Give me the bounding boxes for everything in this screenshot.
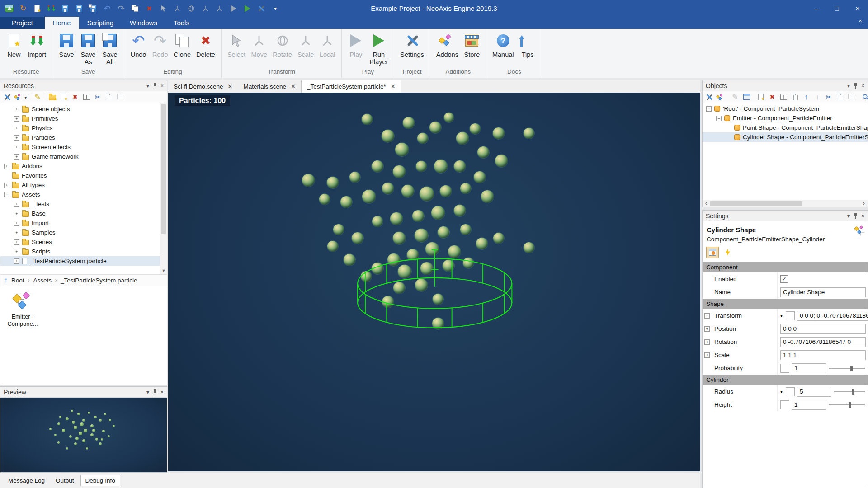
component-filter-icon[interactable] <box>717 93 725 102</box>
clone-icon[interactable] <box>791 93 799 102</box>
breadcrumb-item[interactable]: _TestParticleSystem.particle <box>61 277 137 284</box>
pin-icon[interactable] <box>153 83 156 89</box>
up-arrow-icon[interactable]: ↑ <box>4 276 8 284</box>
paste-icon[interactable] <box>847 93 855 102</box>
addons-button[interactable]: Addons <box>434 32 461 59</box>
tree-item[interactable]: +Physics <box>0 123 167 133</box>
new-button[interactable]: ★New <box>4 32 24 59</box>
move-up-icon[interactable]: ↑ <box>802 93 810 102</box>
tree-item[interactable]: +Screen effects <box>0 142 167 152</box>
expander-icon[interactable]: + <box>704 326 710 332</box>
rename-icon[interactable]: I <box>779 93 788 102</box>
expander-icon[interactable]: + <box>14 145 19 150</box>
select-button[interactable]: Select <box>225 32 248 59</box>
maximize-button[interactable]: □ <box>826 0 847 17</box>
cut-icon[interactable]: ✂ <box>825 93 833 102</box>
move-down-icon[interactable]: ↓ <box>813 93 821 102</box>
window-icon[interactable] <box>742 93 750 102</box>
close-button[interactable]: × <box>847 0 868 17</box>
scroll-right-icon[interactable]: › <box>860 200 868 207</box>
panel-close-icon[interactable]: × <box>160 83 164 89</box>
value-preview-box[interactable] <box>786 387 795 396</box>
doc-tab-materials-scene[interactable]: Materials.scene✕ <box>238 80 301 93</box>
slider-thumb[interactable] <box>852 389 854 395</box>
scroll-left-icon[interactable]: ‹ <box>703 200 710 207</box>
filter-types-icon[interactable]: ▾ <box>14 93 27 102</box>
scrollbar-thumb[interactable] <box>161 104 166 234</box>
emitter-asset-item[interactable]: Emitter - Compone... <box>5 292 40 328</box>
expander-icon[interactable]: + <box>14 249 19 254</box>
breadcrumb-item[interactable]: Assets <box>33 277 52 284</box>
tree-item[interactable]: Cylinder Shape - Component_ParticleEmitt… <box>703 132 868 142</box>
pin-icon[interactable] <box>854 213 857 219</box>
rotation-field[interactable]: 0 -0.707106781186547 0 <box>780 337 866 347</box>
tips-button[interactable]: Tips <box>517 32 538 59</box>
close-icon[interactable]: ✕ <box>391 83 396 90</box>
scrollbar-thumb[interactable] <box>710 201 802 206</box>
expander-icon[interactable]: + <box>14 230 19 235</box>
menu-tab-windows[interactable]: Windows <box>122 17 165 29</box>
paste-icon[interactable] <box>116 93 124 102</box>
tree-item[interactable]: +Scripts <box>0 247 167 256</box>
rename-icon[interactable]: I <box>82 93 90 102</box>
height-slider[interactable] <box>829 400 866 410</box>
expander-icon[interactable]: + <box>14 126 19 131</box>
bottom-tab-output[interactable]: Output <box>51 475 79 486</box>
new-resource-icon[interactable]: ★ <box>60 93 68 102</box>
search-icon[interactable] <box>862 93 868 102</box>
tree-item[interactable]: Favorites <box>0 171 167 180</box>
panel-options-icon[interactable] <box>3 93 11 102</box>
value-preview-box[interactable] <box>780 400 789 409</box>
expander-icon[interactable]: + <box>14 202 19 207</box>
tree-item[interactable]: +Addons <box>0 161 167 171</box>
panel-dropdown-icon[interactable]: ▾ <box>146 389 149 395</box>
tree-item[interactable]: +Particles <box>0 133 167 142</box>
probability-field[interactable]: 1 <box>792 363 826 373</box>
breadcrumb-item[interactable]: Root <box>11 277 24 284</box>
menu-tab-home[interactable]: Home <box>45 17 79 29</box>
edit-icon[interactable]: ✎ <box>731 93 739 102</box>
move-button[interactable]: Move <box>249 32 269 59</box>
tree-item[interactable]: +Samples <box>0 228 167 237</box>
menu-tab-project[interactable]: Project <box>0 17 45 29</box>
cut-icon[interactable]: ✂ <box>94 93 102 102</box>
expander-icon[interactable]: + <box>14 135 19 141</box>
tree-item[interactable]: −Assets <box>0 190 167 199</box>
import-button[interactable]: Import <box>25 32 48 59</box>
expander-icon[interactable]: − <box>4 192 9 197</box>
panel-close-icon[interactable]: × <box>861 213 864 219</box>
expander-icon[interactable]: + <box>4 164 9 169</box>
tree-item[interactable]: +Scenes <box>0 237 167 247</box>
run-player-button[interactable]: Run Player <box>367 32 390 66</box>
panel-dropdown-icon[interactable]: ▾ <box>146 83 149 89</box>
tree-item[interactable]: +Scene objects <box>0 104 167 114</box>
menu-tab-tools[interactable]: Tools <box>165 17 198 29</box>
copy-icon[interactable] <box>836 93 844 102</box>
tree-item[interactable]: −'Root' - Component_ParticleSystem <box>703 104 868 113</box>
bottom-tab-debug-info[interactable]: Debug Info <box>80 475 120 486</box>
tree-item[interactable]: +_TestParticleSystem.particle <box>0 256 167 266</box>
expander-icon[interactable]: + <box>14 107 19 112</box>
tree-item[interactable]: +Import <box>0 218 167 228</box>
tree-item[interactable]: +_Tests <box>0 199 167 209</box>
minimize-button[interactable]: – <box>806 0 826 17</box>
panel-close-icon[interactable]: × <box>861 83 864 89</box>
delete-icon[interactable]: ✖ <box>768 93 776 102</box>
tree-item[interactable]: +All types <box>0 180 167 190</box>
store-button[interactable]: Store <box>462 32 482 59</box>
tree-item[interactable]: +Base <box>0 209 167 218</box>
local-button[interactable]: Local <box>317 32 338 59</box>
close-icon[interactable]: ✕ <box>291 83 296 90</box>
play-button[interactable]: Play <box>345 32 366 59</box>
panel-dropdown-icon[interactable]: ▾ <box>847 213 850 219</box>
redo-button[interactable]: ↷Redo <box>150 32 170 59</box>
expander-icon[interactable]: + <box>14 258 19 264</box>
clone-button[interactable]: Clone <box>171 32 193 59</box>
scroll-down-icon[interactable]: ▼ <box>160 267 167 274</box>
save-as-button[interactable]: Save As <box>78 32 99 66</box>
delete-button[interactable]: ✖Delete <box>194 32 217 59</box>
panel-options-icon[interactable] <box>705 93 713 102</box>
expander-icon[interactable]: + <box>14 154 19 160</box>
pin-icon[interactable] <box>153 389 156 395</box>
expander-icon[interactable]: − <box>716 116 722 121</box>
